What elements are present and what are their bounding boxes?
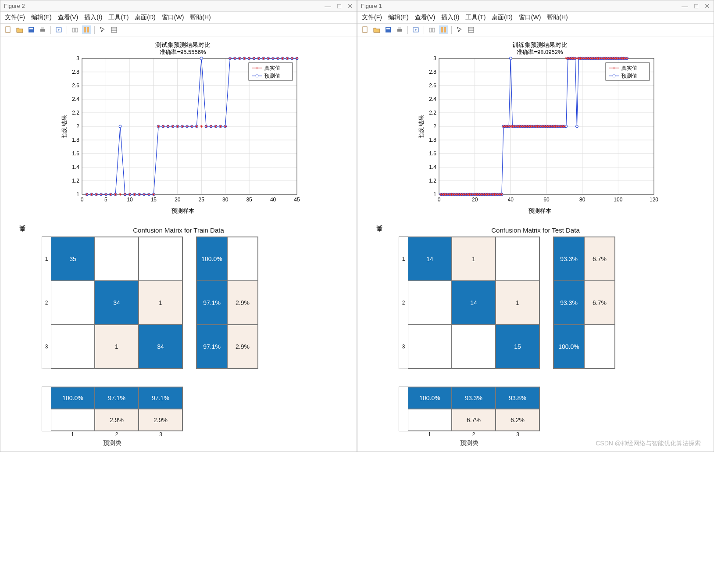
cm-col-pct: 93.8%: [496, 387, 539, 409]
svg-text:20: 20: [472, 197, 478, 203]
menubar[interactable]: 文件(F) 编辑(E) 查看(V) 插入(I) 工具(T) 桌面(D) 窗口(W…: [357, 12, 714, 24]
cm-col-pct-err: 6.2%: [496, 409, 539, 431]
cm-cell: 1: [496, 281, 539, 325]
maximize-icon[interactable]: □: [694, 2, 698, 10]
zoom-icon[interactable]: [54, 25, 63, 34]
svg-rect-294: [397, 29, 402, 32]
link-icon[interactable]: [428, 25, 436, 34]
menu-desktop[interactable]: 桌面(D): [135, 14, 155, 22]
cm-cell: [408, 281, 452, 325]
menu-edit[interactable]: 编辑(E): [388, 14, 409, 22]
cm-cell: [139, 237, 182, 281]
svg-text:80: 80: [579, 197, 585, 203]
svg-text:预测样本: 预测样本: [528, 208, 551, 214]
pointer-icon[interactable]: [98, 25, 107, 34]
svg-text:45: 45: [294, 197, 300, 203]
titlebar[interactable]: Figure 2 — □ ✕: [0, 0, 357, 12]
window-title: Figure 2: [4, 3, 25, 9]
cm-cell: 14: [408, 237, 452, 281]
grid-icon[interactable]: [467, 25, 475, 34]
menu-insert[interactable]: 插入(I): [84, 14, 102, 22]
grid-icon[interactable]: [110, 25, 118, 34]
cm-cell: 34: [95, 281, 139, 325]
menu-file[interactable]: 文件(F): [362, 14, 382, 22]
menu-view[interactable]: 查看(V): [58, 14, 79, 22]
save-icon[interactable]: [384, 25, 393, 34]
svg-text:40: 40: [270, 197, 276, 203]
link-icon[interactable]: [71, 25, 79, 34]
menubar[interactable]: 文件(F) 编辑(E) 查看(V) 插入(I) 工具(T) 桌面(D) 窗口(W…: [0, 12, 357, 24]
svg-rect-8: [84, 27, 86, 32]
svg-point-78: [200, 57, 203, 60]
figure-window-2: Figure 2 — □ ✕ 文件(F) 编辑(E) 查看(V) 插入(I) 工…: [0, 0, 357, 452]
svg-text:1.6: 1.6: [72, 151, 79, 157]
pointer-icon[interactable]: [455, 25, 464, 34]
menu-insert[interactable]: 插入(I): [441, 14, 459, 22]
cm-row-pct: 100.0%: [553, 325, 584, 369]
menu-tools[interactable]: 工具(T): [108, 14, 129, 22]
svg-text:真实值: 真实值: [621, 65, 637, 71]
svg-text:测试集预测结果对比: 测试集预测结果对比: [155, 41, 211, 48]
svg-text:2.2: 2.2: [429, 110, 436, 116]
cm-col-pct: 97.1%: [139, 387, 182, 409]
open-icon[interactable]: [372, 25, 381, 34]
menu-tools[interactable]: 工具(T): [465, 14, 486, 22]
svg-rect-3: [40, 29, 45, 32]
menu-desktop[interactable]: 桌面(D): [492, 14, 512, 22]
svg-rect-7: [75, 28, 78, 32]
close-icon[interactable]: ✕: [347, 2, 353, 10]
cm-cell: [408, 325, 452, 369]
print-icon[interactable]: [38, 25, 47, 34]
svg-text:1: 1: [433, 191, 436, 197]
cm-xlabel: 预测类: [399, 439, 540, 447]
svg-rect-6: [72, 28, 75, 32]
new-icon[interactable]: [361, 25, 370, 34]
svg-text:2: 2: [433, 123, 436, 129]
figure-window-1: Figure 1 — □ ✕ 文件(F) 编辑(E) 查看(V) 插入(I) 工…: [357, 0, 714, 452]
minimize-icon[interactable]: —: [682, 2, 688, 10]
cm-col-pct-err: [51, 409, 95, 431]
cm-row-pct-err: 2.9%: [227, 281, 258, 325]
toolbar: [0, 24, 357, 36]
svg-text:预测样本: 预测样本: [171, 208, 194, 214]
save-icon[interactable]: [27, 25, 36, 34]
menu-file[interactable]: 文件(F): [5, 14, 25, 22]
open-icon[interactable]: [15, 25, 24, 34]
tile-icon[interactable]: [82, 25, 91, 34]
svg-text:2.6: 2.6: [72, 82, 79, 89]
svg-point-874: [613, 75, 615, 77]
line-chart-train: 11.21.41.61.822.22.42.62.830204060801001…: [375, 41, 705, 216]
svg-rect-9: [87, 27, 89, 32]
svg-rect-299: [441, 27, 443, 32]
menu-help[interactable]: 帮助(H): [190, 14, 211, 22]
menu-view[interactable]: 查看(V): [415, 14, 436, 22]
svg-text:3: 3: [433, 55, 436, 61]
menu-help[interactable]: 帮助(H): [547, 14, 568, 22]
titlebar[interactable]: Figure 1 — □ ✕: [357, 0, 714, 12]
cm-row-pct-err: 6.7%: [584, 281, 615, 325]
menu-window[interactable]: 窗口(W): [519, 14, 541, 22]
zoom-icon[interactable]: [411, 25, 420, 34]
svg-rect-4: [41, 27, 44, 29]
svg-text:1.8: 1.8: [429, 137, 436, 143]
cm-col-pct-err: 6.7%: [452, 409, 496, 431]
tile-icon[interactable]: [439, 25, 448, 34]
cm-cell: 1: [139, 281, 182, 325]
svg-text:1.8: 1.8: [72, 137, 79, 143]
cm-xlabel: 预测类: [42, 439, 183, 447]
new-icon[interactable]: [4, 25, 13, 34]
svg-text:1.6: 1.6: [429, 151, 436, 157]
menu-edit[interactable]: 编辑(E): [31, 14, 52, 22]
svg-text:10: 10: [127, 197, 133, 203]
svg-text:2.4: 2.4: [72, 96, 79, 102]
line-chart-test: 11.21.41.61.822.22.42.62.830510152025303…: [18, 41, 348, 216]
maximize-icon[interactable]: □: [337, 2, 341, 10]
svg-text:30: 30: [222, 197, 228, 203]
minimize-icon[interactable]: —: [325, 2, 331, 10]
svg-text:15: 15: [151, 197, 157, 203]
svg-text:40: 40: [508, 197, 514, 203]
print-icon[interactable]: [395, 25, 404, 34]
menu-window[interactable]: 窗口(W): [162, 14, 184, 22]
cm-cell: [496, 237, 539, 281]
close-icon[interactable]: ✕: [704, 2, 710, 10]
